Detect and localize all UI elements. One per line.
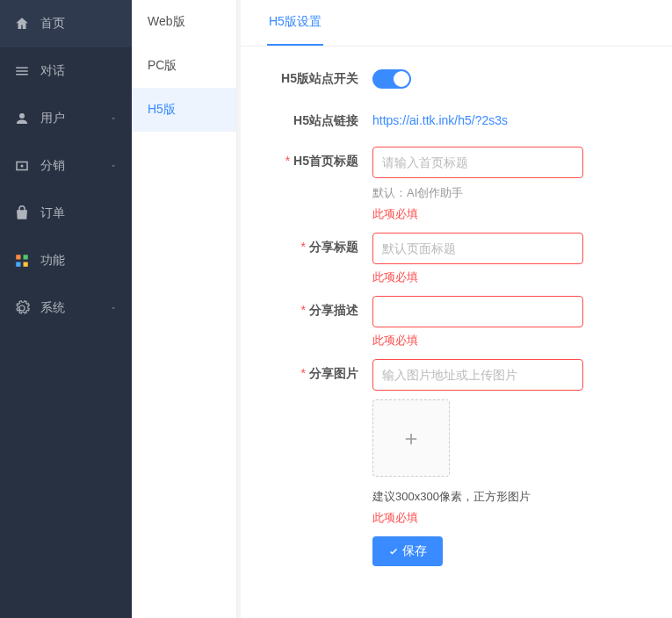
home-icon: [14, 16, 30, 32]
home-title-help: 默认：AI创作助手: [372, 185, 583, 201]
share-desc-input[interactable]: [372, 296, 583, 327]
sidebar-item-feature[interactable]: 功能: [0, 237, 132, 284]
sidebar-item-order[interactable]: 订单: [0, 190, 132, 237]
tabs: H5版设置: [241, 0, 672, 47]
svg-rect-1: [16, 255, 20, 259]
share-image-input[interactable]: [372, 359, 583, 391]
sidebar-item-label: 订单: [40, 205, 118, 221]
label-share-title: *分享标题: [267, 233, 372, 255]
site-link[interactable]: https://ai.ttk.ink/h5/?2s3s: [372, 113, 508, 127]
grid-icon: [14, 253, 30, 269]
sidebar-item-home[interactable]: 首页: [0, 0, 132, 47]
sidebar: 首页 对话 用户 分销 订单 功能 系统: [0, 0, 132, 618]
share-image-note: 建议300x300像素，正方形图片: [372, 489, 583, 505]
tab-h5-settings[interactable]: H5版设置: [267, 0, 323, 46]
upload-box[interactable]: ＋: [372, 399, 450, 477]
subnav: Web版 PC版 H5版: [132, 0, 237, 618]
svg-rect-2: [24, 255, 28, 259]
toggle-knob: [394, 71, 409, 87]
user-icon: [14, 111, 30, 126]
sidebar-item-affiliate[interactable]: 分销: [0, 142, 132, 190]
svg-rect-4: [24, 262, 28, 267]
plus-icon: ＋: [401, 424, 422, 452]
label-home-title: *H5首页标题: [267, 147, 372, 169]
label-share-desc: *分享描述: [267, 296, 372, 319]
share-desc-error: 此项必填: [372, 333, 583, 349]
subnav-item-h5[interactable]: H5版: [132, 88, 236, 132]
affiliate-icon: [14, 158, 30, 174]
form: H5版站点开关 H5站点链接 https://ai.ttk.ink/h5/?2s…: [241, 47, 672, 594]
label-switch: H5版站点开关: [267, 64, 372, 87]
share-image-error: 此项必填: [372, 510, 583, 526]
sidebar-item-system[interactable]: 系统: [0, 284, 132, 332]
check-icon: [388, 546, 399, 557]
chevron-down-icon: [109, 114, 118, 123]
main-content: H5版设置 H5版站点开关 H5站点链接 https://ai.ttk.ink/…: [241, 0, 672, 618]
save-button[interactable]: 保存: [372, 536, 443, 566]
site-toggle[interactable]: [372, 69, 411, 89]
home-title-input[interactable]: [372, 147, 583, 178]
sidebar-item-label: 首页: [40, 16, 118, 32]
sidebar-item-chat[interactable]: 对话: [0, 47, 132, 95]
sidebar-item-label: 系统: [40, 300, 109, 316]
sidebar-item-label: 对话: [40, 63, 118, 79]
share-title-error: 此项必填: [372, 269, 583, 285]
list-icon: [14, 63, 30, 79]
label-link: H5站点链接: [267, 106, 372, 129]
chevron-down-icon: [109, 162, 118, 170]
sidebar-item-label: 用户: [40, 111, 109, 126]
label-share-image: *分享图片: [267, 359, 372, 382]
sidebar-item-label: 功能: [40, 253, 118, 269]
sidebar-item-user[interactable]: 用户: [0, 95, 132, 142]
svg-point-0: [21, 165, 24, 168]
sidebar-item-label: 分销: [40, 158, 109, 174]
share-title-input[interactable]: [372, 233, 583, 264]
svg-rect-3: [16, 262, 20, 267]
chevron-down-icon: [109, 304, 118, 313]
gear-icon: [14, 300, 30, 316]
bag-icon: [14, 205, 30, 221]
subnav-item-pc[interactable]: PC版: [132, 44, 236, 88]
home-title-error: 此项必填: [372, 206, 583, 222]
subnav-item-web[interactable]: Web版: [132, 0, 236, 44]
